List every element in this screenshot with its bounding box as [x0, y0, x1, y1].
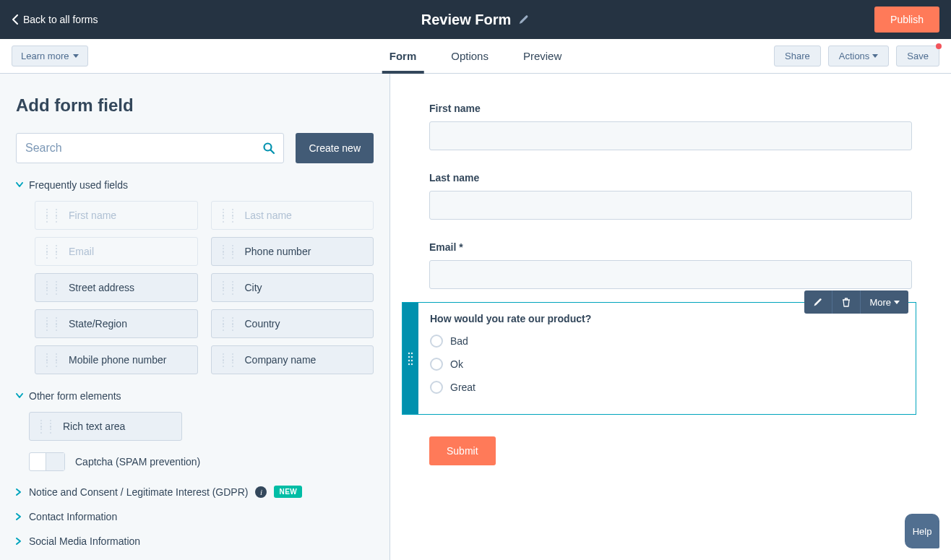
chevron-right-icon [16, 538, 22, 545]
sidebar: Add form field Create new Frequently use… [0, 74, 390, 560]
field-chip[interactable]: ⋮⋮⋮⋮Phone number [211, 237, 374, 266]
chevron-down-icon [16, 393, 23, 399]
field-chip-label: Rich text area [63, 421, 125, 432]
grip-icon: ⋮⋮⋮⋮ [219, 355, 238, 365]
chevron-left-icon [12, 14, 19, 25]
field-label-email: Email * [429, 241, 912, 253]
field-chip[interactable]: ⋮⋮⋮⋮Country [211, 309, 374, 338]
learn-more-button[interactable]: Learn more [12, 46, 88, 66]
chevron-right-icon [16, 513, 22, 520]
back-to-forms-link[interactable]: Back to all forms [12, 14, 98, 25]
field-chip[interactable]: ⋮⋮⋮⋮Street address [35, 273, 198, 302]
field-chip-label: Email [69, 246, 94, 257]
section-contact-toggle[interactable]: Contact Information [16, 511, 374, 522]
create-new-button[interactable]: Create new [296, 133, 374, 163]
field-chip-label: First name [69, 210, 116, 221]
field-action-bar: More [804, 290, 908, 314]
more-label: More [869, 297, 891, 308]
delete-field-button[interactable] [832, 290, 861, 314]
radio-option[interactable]: Ok [430, 358, 905, 371]
field-chip-label: Street address [69, 282, 134, 293]
radio-label: Great [450, 382, 476, 393]
grip-icon: ⋮⋮⋮⋮ [43, 246, 61, 257]
tab-options[interactable]: Options [451, 39, 489, 73]
field-chip-label: Mobile phone number [69, 354, 166, 366]
tab-preview[interactable]: Preview [523, 39, 561, 73]
captcha-label: Captcha (SPAM prevention) [75, 456, 200, 468]
field-chip-label: Last name [245, 210, 292, 221]
caret-down-icon [73, 54, 79, 58]
section-social-label: Social Media Information [29, 535, 140, 547]
section-contact-label: Contact Information [29, 511, 117, 522]
field-chip[interactable]: ⋮⋮⋮⋮Mobile phone number [35, 345, 198, 374]
info-icon[interactable]: i [255, 486, 267, 498]
radio-option[interactable]: Bad [430, 335, 905, 348]
field-label-last-name: Last name [429, 172, 912, 184]
chevron-right-icon [16, 488, 22, 496]
section-frequent-toggle[interactable]: Frequently used fields [16, 179, 374, 191]
back-label: Back to all forms [23, 14, 98, 25]
tab-form[interactable]: Form [390, 39, 417, 73]
svg-line-1 [271, 150, 275, 154]
captcha-toggle[interactable] [29, 452, 65, 471]
field-label-first-name: First name [429, 103, 912, 114]
field-chip: ⋮⋮⋮⋮First name [35, 201, 198, 230]
field-chip-rich-text[interactable]: ⋮⋮⋮⋮ Rich text area [29, 412, 182, 441]
actions-button[interactable]: Actions [828, 46, 890, 66]
section-gdpr-toggle[interactable]: Notice and Consent / Legitimate Interest… [16, 486, 374, 498]
section-gdpr-label: Notice and Consent / Legitimate Interest… [29, 486, 248, 498]
field-input-email[interactable] [429, 260, 912, 289]
save-button[interactable]: Save [896, 46, 939, 66]
share-button[interactable]: Share [774, 46, 821, 66]
field-chip[interactable]: ⋮⋮⋮⋮Company name [211, 345, 374, 374]
svg-point-7 [411, 360, 413, 361]
learn-more-label: Learn more [21, 51, 69, 61]
grip-icon: ⋮⋮⋮⋮ [219, 319, 238, 329]
submit-button[interactable]: Submit [429, 436, 496, 465]
actions-label: Actions [839, 51, 870, 61]
toolbar: Learn more Form Options Preview Share Ac… [0, 39, 951, 74]
grip-icon: ⋮⋮⋮⋮ [219, 210, 238, 220]
svg-point-8 [408, 363, 410, 365]
caret-down-icon [894, 301, 900, 304]
chevron-down-icon [16, 182, 23, 188]
grip-icon: ⋮⋮⋮⋮ [43, 355, 61, 365]
pencil-icon [813, 297, 823, 307]
field-chip[interactable]: ⋮⋮⋮⋮City [211, 273, 374, 302]
field-chip-label: Country [245, 318, 280, 329]
tabs: Form Options Preview [390, 39, 562, 73]
grip-icon: ⋮⋮⋮⋮ [219, 283, 238, 293]
unsaved-indicator-icon [936, 43, 942, 49]
pencil-icon[interactable] [518, 14, 530, 25]
field-input-first-name[interactable] [429, 121, 912, 150]
section-social-toggle[interactable]: Social Media Information [16, 535, 374, 547]
radio-option[interactable]: Great [430, 381, 905, 394]
radio-icon [430, 335, 443, 348]
field-chip[interactable]: ⋮⋮⋮⋮State/Region [35, 309, 198, 338]
selected-field-container[interactable]: More How would you rate our product? Bad… [402, 302, 916, 415]
svg-point-2 [408, 353, 410, 354]
field-chip-label: City [245, 282, 262, 293]
page-title: Review Form [421, 12, 511, 28]
search-icon [262, 142, 275, 155]
help-button[interactable]: Help [905, 514, 939, 548]
section-other-title: Other form elements [29, 390, 121, 402]
sidebar-title: Add form field [16, 95, 374, 116]
field-input-last-name[interactable] [429, 191, 912, 220]
grip-icon: ⋮⋮⋮⋮ [43, 319, 61, 329]
top-header: Back to all forms Review Form Publish [0, 0, 951, 39]
grip-icon: ⋮⋮⋮⋮ [43, 210, 61, 220]
field-chip: ⋮⋮⋮⋮Email [35, 237, 198, 266]
grip-icon: ⋮⋮⋮⋮ [43, 283, 61, 293]
edit-field-button[interactable] [804, 290, 832, 314]
section-other-toggle[interactable]: Other form elements [16, 390, 374, 402]
svg-point-4 [408, 356, 410, 358]
drag-rail[interactable] [403, 303, 418, 414]
radio-icon [430, 381, 443, 394]
more-field-button[interactable]: More [861, 290, 908, 314]
search-input[interactable] [16, 133, 284, 163]
field-chip-label: Phone number [245, 246, 311, 257]
save-label: Save [907, 51, 929, 61]
publish-button[interactable]: Publish [874, 7, 939, 33]
grip-icon: ⋮⋮⋮⋮ [37, 421, 56, 431]
